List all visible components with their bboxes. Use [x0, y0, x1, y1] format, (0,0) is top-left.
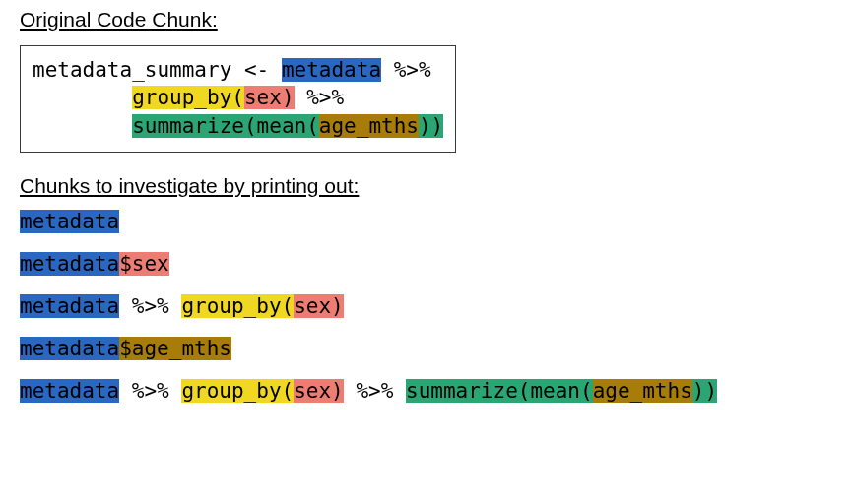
token-group-by: group_by(: [181, 379, 294, 403]
token-close2: )): [692, 379, 717, 403]
token-close: ): [331, 379, 344, 403]
heading-original: Original Code Chunk:: [20, 8, 834, 32]
original-code: metadata_summary <- metadata %>% group_b…: [33, 56, 443, 140]
chunk-line-2: metadata$sex: [20, 254, 834, 275]
token-sex: sex: [294, 379, 331, 403]
token-metadata: metadata: [20, 294, 119, 318]
token-age-mths: age_mths: [319, 114, 419, 138]
token-close: ): [331, 294, 344, 318]
indent: [33, 114, 132, 138]
pipe: %>%: [119, 379, 181, 403]
token-sex: sex: [132, 252, 169, 276]
pipe: %>%: [119, 294, 181, 318]
token-age-mths: age_mths: [132, 337, 231, 360]
token-close2: )): [419, 114, 443, 138]
token-group-by: group_by(: [132, 86, 244, 109]
token-metadata: metadata: [20, 252, 119, 276]
token-sex: sex: [294, 294, 331, 318]
pipe: %>%: [381, 58, 431, 82]
assign-op: <-: [231, 58, 282, 82]
original-code-box: metadata_summary <- metadata %>% group_b…: [20, 45, 456, 153]
token-sex: sex: [244, 86, 282, 109]
chunk-line-3: metadata %>% group_by(sex): [20, 296, 834, 317]
token-mean: mean(: [257, 114, 319, 138]
chunk-line-5: metadata %>% group_by(sex) %>% summarize…: [20, 381, 834, 402]
chunk-line-4: metadata$age_mths: [20, 339, 834, 359]
token-metadata: metadata: [282, 58, 381, 82]
token-metadata: metadata: [20, 337, 119, 360]
assign-var: metadata_summary: [33, 58, 231, 82]
pipe: %>%: [344, 379, 406, 403]
heading-investigate: Chunks to investigate by printing out:: [20, 174, 834, 198]
token-metadata: metadata: [20, 210, 119, 233]
token-summarize: summarize(: [132, 114, 256, 138]
token-metadata: metadata: [20, 379, 119, 403]
pipe: %>%: [295, 86, 345, 109]
token-mean: mean(: [530, 379, 592, 403]
indent: [33, 86, 132, 109]
chunk-line-1: metadata: [20, 212, 834, 232]
token-group-by: group_by(: [181, 294, 294, 318]
token-age-mths: age_mths: [593, 379, 692, 403]
token-dollar: $: [119, 252, 132, 276]
token-summarize: summarize(: [406, 379, 530, 403]
token-dollar: $: [119, 337, 132, 360]
token-close: ): [282, 86, 295, 109]
